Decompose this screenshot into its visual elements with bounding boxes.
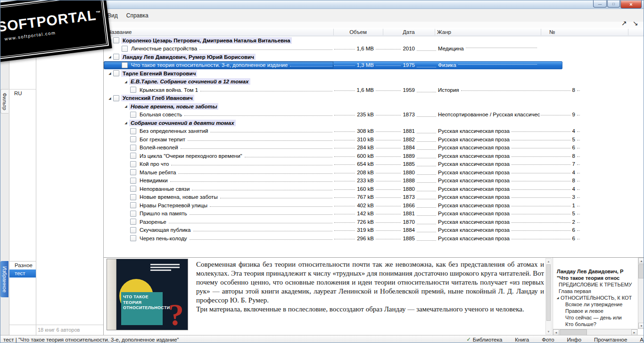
toc-vertical-scrollbar[interactable]: ▲ ▼ <box>638 258 644 329</box>
checkbox[interactable] <box>130 227 136 233</box>
toc-item[interactable]: ПРЕДИСЛОВИЕ К ТРЕТЬЕМУ <box>553 281 638 288</box>
maximize-button[interactable]: □ <box>607 0 620 8</box>
scroll-down-icon[interactable]: ▼ <box>546 329 551 334</box>
checkbox[interactable] <box>130 235 136 241</box>
language-item-ru[interactable]: RU <box>9 90 36 98</box>
tab-favorites[interactable]: Избранное <box>0 261 8 297</box>
book-row[interactable]: Что такое теория относительности. 3-е, д… <box>104 61 644 70</box>
toc-horizontal-scrollbar[interactable]: ◄ ► <box>553 329 638 335</box>
checkbox[interactable] <box>122 62 128 68</box>
collapse-all-button[interactable]: ↗ <box>619 19 628 27</box>
checkbox[interactable] <box>130 194 136 200</box>
status-item-Прочитанное[interactable]: Прочитанное <box>594 337 627 343</box>
tab-filter[interactable]: Фильтр <box>0 89 8 114</box>
book-row[interactable]: Больная совесть235 kB1873Неотсортированн… <box>104 111 644 119</box>
scrollbar-thumb[interactable] <box>638 264 644 278</box>
checkbox[interactable] <box>130 178 136 184</box>
expand-all-button[interactable]: ↘ <box>631 19 640 27</box>
column-header-date[interactable]: Дата <box>383 28 435 36</box>
book-row[interactable]: Пришло на память142 kB1881Русская класси… <box>104 210 644 218</box>
book-row[interactable]: Нравы Растеряевой улицы402 kB1866Русская… <box>104 201 644 210</box>
book-row[interactable]: Кой про что654 kB1885Русская классическа… <box>104 160 644 169</box>
checkbox[interactable] <box>130 169 136 175</box>
book-row[interactable]: Из цикла "Очерки переходного времени"600… <box>104 152 644 160</box>
checkbox[interactable] <box>130 153 136 159</box>
toc-item[interactable]: "Что такое теория относ <box>553 275 638 281</box>
series-row[interactable]: ◢Новые времена, новые заботы <box>104 102 644 111</box>
close-button[interactable]: × <box>620 0 642 8</box>
book-row[interactable]: Волей-неволей284 kB1884Русская классичес… <box>104 144 644 152</box>
book-row[interactable]: Малые ребята208 kB1880Русская классическ… <box>104 168 644 177</box>
scrollbar-thumb[interactable] <box>546 264 551 321</box>
checkbox[interactable] <box>130 145 136 151</box>
group-item-тест[interactable]: тест <box>9 270 36 278</box>
scroll-up-icon[interactable]: ▲ <box>546 259 551 264</box>
checkbox[interactable] <box>130 136 136 142</box>
scroll-down-icon[interactable]: ▼ <box>638 323 644 329</box>
book-row[interactable]: Невидимки233 kB1888Русская классическая … <box>104 177 644 185</box>
book-row[interactable]: Скучающая публика319 kB1884Русская класс… <box>104 226 644 235</box>
menu-item-Справка[interactable]: Справка <box>122 10 153 21</box>
book-row[interactable]: Через пень-колоду296 kB1885Русская класс… <box>104 234 644 243</box>
checkbox[interactable] <box>113 37 119 43</box>
minimize-button[interactable]: — <box>593 0 607 8</box>
dotted-leader <box>577 156 580 157</box>
status-item-Инфо[interactable]: Инфо <box>567 337 581 343</box>
toc-item[interactable]: Что сейчас — день или <box>553 314 638 321</box>
expander-icon[interactable]: ◢ <box>107 72 113 75</box>
annotation-scrollbar[interactable]: ▲ ▼ <box>545 258 552 335</box>
expander-icon[interactable]: ◢ <box>123 105 129 108</box>
author-row[interactable]: ◢Успенский Глеб Иванович <box>104 94 644 103</box>
toc-item[interactable]: Кто больше? <box>553 321 638 327</box>
expander-icon[interactable]: ◢ <box>555 294 561 301</box>
checkbox[interactable] <box>113 54 119 60</box>
book-row[interactable]: Бог грехам терпит310 kB1882Русская класс… <box>104 135 644 144</box>
book-row[interactable]: Разоренье726 kB1870Русская классическая … <box>104 218 644 226</box>
dotted-leader <box>417 166 436 166</box>
book-row[interactable]: Без определенных занятий308 kB1881Русска… <box>104 127 644 136</box>
series-row[interactable]: ◢Е.В.Тарле. Собрание сочинений в 12 тома… <box>104 78 644 86</box>
author-row[interactable]: ◢Короленко Цезарь Петрович, Дмитриева На… <box>104 36 644 45</box>
checkbox[interactable] <box>130 219 136 225</box>
group-item-Разное[interactable]: Разное <box>9 261 36 270</box>
scroll-up-icon[interactable]: ▲ <box>638 258 644 264</box>
status-item-А[interactable]: А <box>640 337 644 343</box>
book-row[interactable]: Непорванные связи160 kB1880Русская класс… <box>104 185 644 193</box>
status-item-Библиотека[interactable]: ✓Библиотека <box>467 336 503 343</box>
toc-item[interactable]: Глава первая <box>553 288 638 294</box>
dotted-leader <box>334 189 355 190</box>
checkbox[interactable] <box>130 211 136 217</box>
author-row[interactable]: ◢Тарле Евгений Викторович <box>104 69 644 78</box>
status-item-Книга[interactable]: Книга <box>515 337 529 343</box>
book-row[interactable]: Крымская война. Том 11,6 MB1959История8 <box>104 86 644 94</box>
status-item-Фото[interactable]: Фото <box>542 337 554 343</box>
main-splitter[interactable] <box>103 22 104 335</box>
checkbox[interactable] <box>130 112 136 118</box>
checkbox[interactable] <box>113 95 119 101</box>
checkbox[interactable] <box>130 128 136 134</box>
column-header-genre[interactable]: Жанр <box>437 28 451 36</box>
expander-icon[interactable]: ◢ <box>123 80 129 83</box>
toc-item[interactable]: Правое и левое <box>553 308 638 314</box>
checkbox[interactable] <box>122 46 128 52</box>
column-header-title[interactable]: Название <box>107 28 132 36</box>
checkbox[interactable] <box>130 186 136 192</box>
checkbox[interactable] <box>113 70 119 76</box>
checkbox[interactable] <box>130 202 136 208</box>
checkbox[interactable] <box>130 87 136 93</box>
book-row[interactable]: Новые времена, новые заботы767 kB1873Рус… <box>104 193 644 202</box>
expander-icon[interactable]: ◢ <box>123 121 129 124</box>
minimize-icon: — <box>598 2 602 6</box>
author-row[interactable]: ◢Ландау Лев Давидович, Румер Юрий Борисо… <box>104 53 644 61</box>
column-header-size[interactable]: Объем <box>333 28 383 36</box>
toc-item[interactable]: Ландау Лев Давидович, Р <box>553 268 638 275</box>
column-header-number[interactable]: № <box>549 28 555 36</box>
toc-item[interactable]: ◢ОТНОСИТЕЛЬНОСТЬ, К КОТ <box>553 294 638 301</box>
series-row[interactable]: ◢Собрание сочинений в девяти томах <box>104 119 644 127</box>
toc-item[interactable]: Всякое ли утверждение <box>553 301 638 308</box>
expander-icon[interactable]: ◢ <box>107 55 113 58</box>
book-row[interactable]: Личностные расстройства1,6 MB2010Медицин… <box>104 45 644 53</box>
checkbox[interactable] <box>130 161 136 167</box>
book-year: 1884 <box>402 145 416 150</box>
expander-icon[interactable]: ◢ <box>107 97 113 100</box>
